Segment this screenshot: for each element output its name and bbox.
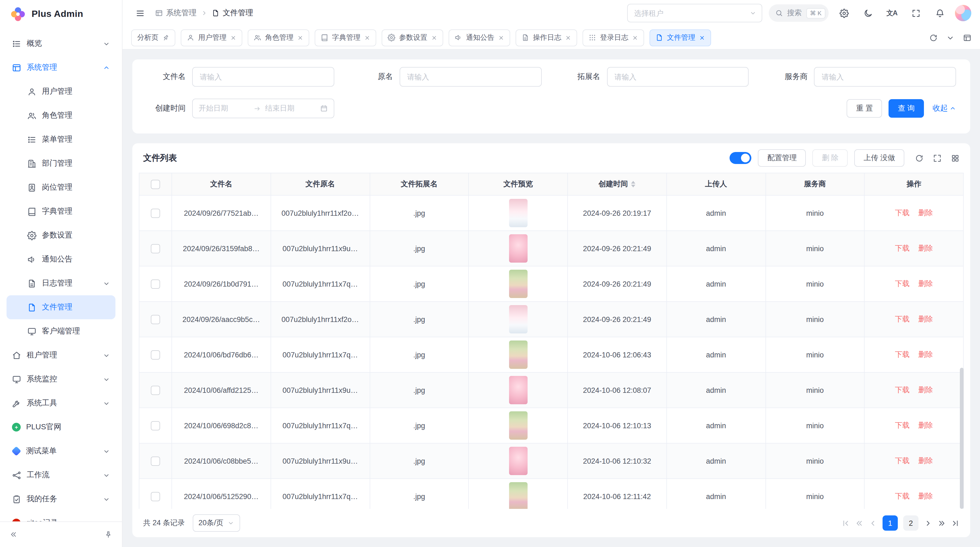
notifications-button[interactable] [931, 4, 948, 22]
tab-user-mgmt[interactable]: 用户管理 [181, 29, 242, 46]
delete-link[interactable]: 删除 [918, 421, 933, 429]
tab-dict-mgmt[interactable]: 字典管理 [315, 29, 376, 46]
search-visibility-toggle[interactable] [730, 152, 752, 164]
refresh-icon[interactable] [915, 154, 923, 162]
sidebar-pin-button[interactable] [101, 527, 115, 542]
delete-link[interactable]: 删除 [918, 209, 933, 217]
delete-link[interactable]: 删除 [918, 279, 933, 288]
sidebar-item-dept-mgmt[interactable]: 部门管理 [6, 152, 115, 175]
row-checkbox[interactable] [151, 456, 160, 466]
download-link[interactable]: 下载 [895, 386, 910, 394]
sidebar-item-overview[interactable]: 概览 [6, 32, 115, 56]
sidebar-item-role-mgmt[interactable]: 角色管理 [6, 104, 115, 128]
extension-input[interactable] [613, 72, 742, 81]
sidebar-item-client-mgmt[interactable]: 客户端管理 [6, 319, 115, 343]
select-all-checkbox[interactable] [151, 180, 160, 189]
prev-page-button[interactable] [869, 519, 877, 527]
sidebar-item-workflow[interactable]: 工作流 [6, 463, 115, 487]
sort-created-control[interactable] [631, 181, 636, 188]
language-button[interactable]: 文A [883, 4, 900, 22]
close-icon[interactable] [498, 35, 504, 41]
row-checkbox[interactable] [151, 492, 160, 501]
close-icon[interactable] [431, 35, 437, 41]
download-link[interactable]: 下载 [895, 315, 910, 323]
sidebar-item-system-mgmt[interactable]: 系统管理 [6, 56, 115, 80]
sidebar-item-my-tasks[interactable]: 我的任务 [6, 487, 115, 511]
sidebar-item-param-settings[interactable]: 参数设置 [6, 223, 115, 247]
menu-toggle-button[interactable] [131, 4, 149, 22]
sidebar-item-test-menu[interactable]: 测试菜单 [6, 439, 115, 463]
tab-notice[interactable]: 通知公告 [449, 29, 510, 46]
delete-link[interactable]: 删除 [918, 244, 933, 252]
app-logo[interactable]: Plus Admin [0, 0, 122, 28]
sidebar-item-monitor[interactable]: 系统监控 [6, 367, 115, 391]
original-name-input[interactable] [406, 72, 535, 81]
download-link[interactable]: 下载 [895, 456, 910, 465]
file-preview-image[interactable] [509, 305, 527, 333]
file-preview-image[interactable] [509, 482, 527, 509]
file-preview-image[interactable] [509, 341, 527, 369]
delete-link[interactable]: 删除 [918, 456, 933, 465]
sidebar-collapse-button[interactable] [6, 527, 21, 542]
row-checkbox[interactable] [151, 386, 160, 395]
row-checkbox[interactable] [151, 350, 160, 359]
fullscreen-icon[interactable] [933, 154, 941, 162]
tab-param-settings[interactable]: 参数设置 [382, 29, 443, 46]
sidebar-item-log-mgmt[interactable]: 日志管理 [6, 271, 115, 295]
last-page-button[interactable] [951, 519, 959, 527]
download-link[interactable]: 下载 [895, 244, 910, 252]
close-icon[interactable] [632, 35, 638, 41]
download-link[interactable]: 下载 [895, 350, 910, 359]
dark-mode-button[interactable] [859, 4, 877, 22]
sidebar-item-file-mgmt[interactable]: 文件管理 [6, 295, 115, 319]
first-page-button[interactable] [842, 519, 850, 527]
tab-analysis[interactable]: 分析页 [131, 29, 175, 46]
global-search[interactable]: 搜索 ⌘ K [768, 4, 829, 22]
file-preview-image[interactable] [509, 447, 527, 475]
collapse-filter-link[interactable]: 收起 [932, 104, 956, 113]
row-checkbox[interactable] [151, 421, 160, 430]
file-preview-image[interactable] [509, 234, 527, 263]
breadcrumb-system-mgmt[interactable]: 系统管理 [155, 8, 197, 18]
refresh-icon[interactable] [929, 33, 937, 41]
tenant-select[interactable] [627, 4, 762, 22]
row-checkbox[interactable] [151, 279, 160, 289]
layout-icon[interactable] [963, 33, 971, 41]
reset-button[interactable]: 重 置 [847, 99, 882, 118]
jump-forward-button[interactable] [937, 519, 946, 527]
close-icon[interactable] [297, 35, 303, 41]
close-icon[interactable] [230, 35, 236, 41]
row-checkbox[interactable] [151, 208, 160, 218]
jump-back-button[interactable] [855, 519, 864, 527]
bulk-delete-button[interactable]: 删 除 [813, 149, 848, 167]
download-link[interactable]: 下载 [895, 421, 910, 429]
sidebar-item-tenant-mgmt[interactable]: 租户管理 [6, 343, 115, 367]
delete-link[interactable]: 删除 [918, 492, 933, 500]
column-settings-icon[interactable] [951, 154, 959, 162]
file-preview-image[interactable] [509, 270, 527, 298]
row-checkbox[interactable] [151, 315, 160, 324]
next-page-button[interactable] [924, 519, 932, 527]
filename-input[interactable] [199, 72, 328, 81]
tab-file-mgmt[interactable]: 文件管理 [649, 29, 711, 46]
page-2-button[interactable]: 2 [903, 515, 918, 531]
sidebar-item-dict-mgmt[interactable]: 字典管理 [6, 199, 115, 223]
config-mgmt-button[interactable]: 配置管理 [758, 149, 806, 167]
row-checkbox[interactable] [151, 244, 160, 253]
tab-login-log[interactable]: 登录日志 [582, 29, 644, 46]
sidebar-item-gitee[interactable]: G gitee记录 [6, 511, 115, 521]
download-link[interactable]: 下载 [895, 209, 910, 217]
close-icon[interactable] [364, 35, 370, 41]
tab-role-mgmt[interactable]: 角色管理 [248, 29, 309, 46]
delete-link[interactable]: 删除 [918, 315, 933, 323]
file-preview-image[interactable] [509, 376, 527, 404]
sidebar-item-plus-site[interactable]: + PLUS官网 [6, 415, 115, 439]
tab-op-log[interactable]: 操作日志 [515, 29, 577, 46]
chevron-down-icon[interactable] [946, 33, 955, 41]
sidebar-item-notice[interactable]: 通知公告 [6, 247, 115, 271]
close-icon[interactable] [565, 35, 571, 41]
user-avatar[interactable] [955, 5, 971, 21]
fullscreen-button[interactable] [907, 4, 924, 22]
pin-icon[interactable] [161, 33, 171, 43]
page-size-select[interactable]: 20条/页 [192, 514, 240, 532]
